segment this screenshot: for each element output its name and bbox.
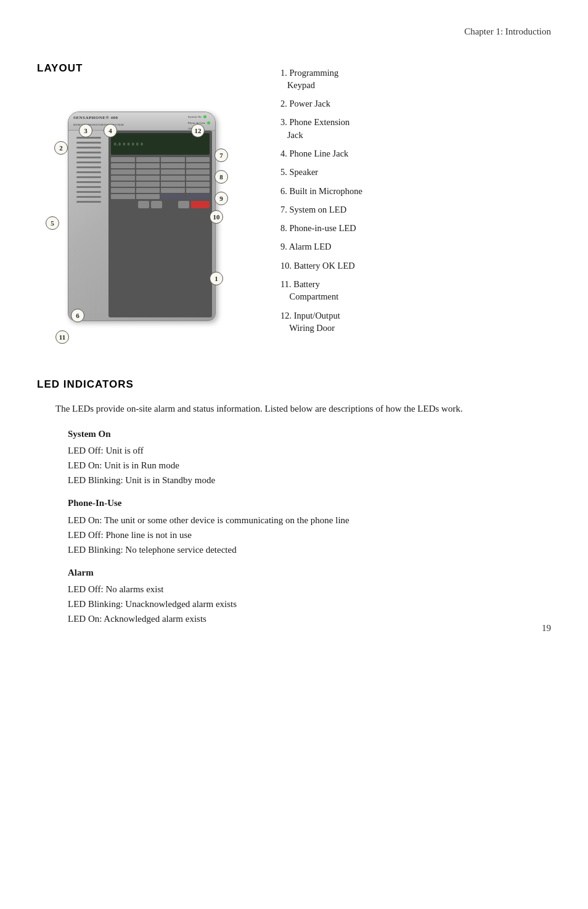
list-item: 6. Built in Microphone — [277, 185, 551, 197]
led-group-title: System On — [68, 427, 551, 441]
led-section: LED INDICATORS The LEDs provide on-site … — [37, 377, 551, 626]
device-keypad: 0.0 0 0 0 0 0 — [108, 131, 212, 317]
callout-12: 12 — [191, 124, 205, 137]
callout-10: 10 — [210, 210, 223, 224]
device-body: SENSAPHONE® 400REMOTE MONITORING SYSTEM … — [68, 112, 216, 321]
list-item: 5. Speaker — [277, 166, 551, 178]
list-item: 3. Phone Extension Jack — [277, 116, 551, 141]
page-number: 19 — [542, 621, 551, 635]
list-item: 7. System on LED — [277, 203, 551, 216]
list-item: 4. Phone Line Jack — [277, 147, 551, 160]
callout-9: 9 — [214, 192, 228, 205]
led-entry: LED Blinking: Unacknowledged alarm exist… — [68, 597, 551, 611]
layout-section: LAYOUT SENSAPHONE® 400REMOTE MONITORING … — [37, 60, 551, 353]
chapter-title: Chapter 1: Introduction — [464, 26, 551, 36]
led-entry: LED Off: No alarms exist — [68, 582, 551, 597]
led-section-title: LED INDICATORS — [37, 377, 551, 393]
led-group-system-on: System On LED Off: Unit is off LED On: U… — [68, 427, 551, 488]
led-entry: LED On: The unit or some other device is… — [68, 513, 551, 528]
list-item: 8. Phone-in-use LED — [277, 222, 551, 234]
callout-3: 3 — [79, 124, 92, 137]
led-entry: LED On: Acknowledged alarm exists — [68, 611, 551, 626]
list-item: 10. Battery OK LED — [277, 259, 551, 272]
callout-5: 5 — [46, 216, 59, 230]
callout-1: 1 — [210, 272, 223, 285]
list-item: 1. Programming Keypad — [277, 67, 551, 92]
led-entry: LED Blinking: Unit is in Standby mode — [68, 473, 551, 487]
led-entry: LED Blinking: No telephone service detec… — [68, 542, 551, 557]
led-group-alarm: Alarm LED Off: No alarms exist LED Blink… — [68, 566, 551, 627]
led-group-title: Alarm — [68, 566, 551, 580]
list-item: 9. Alarm LED — [277, 240, 551, 253]
device-diagram: SENSAPHONE® 400REMOTE MONITORING SYSTEM … — [37, 87, 247, 352]
led-group-title: Phone-In-Use — [68, 496, 551, 510]
list-item: 11. Battery Compartment — [277, 278, 551, 303]
callout-8: 8 — [214, 170, 228, 184]
led-group-phone-in-use: Phone-In-Use LED On: The unit or some ot… — [68, 496, 551, 557]
callout-2: 2 — [54, 141, 68, 155]
component-list: 1. Programming Keypad 2. Power Jack 3. P… — [277, 67, 551, 335]
ref-list: 1. Programming Keypad 2. Power Jack 3. P… — [277, 60, 551, 353]
list-item: 2. Power Jack — [277, 97, 551, 110]
led-entry: LED Off: Unit is off — [68, 443, 551, 458]
callout-4: 4 — [104, 124, 117, 137]
device-speaker — [73, 134, 104, 257]
list-item: 12. Input/Output Wiring Door — [277, 309, 551, 335]
led-intro: The LEDs provide on-site alarm and statu… — [55, 401, 551, 416]
layout-title: LAYOUT — [37, 60, 259, 76]
layout-left: LAYOUT SENSAPHONE® 400REMOTE MONITORING … — [37, 60, 259, 353]
keypad-screen-text: 0.0 0 0 0 0 0 — [114, 141, 143, 147]
callout-11: 11 — [55, 330, 69, 344]
led-entry: LED Off: Phone line is not in use — [68, 528, 551, 542]
callout-7: 7 — [214, 149, 228, 162]
chapter-header: Chapter 1: Introduction — [37, 25, 551, 42]
callout-6: 6 — [71, 309, 84, 322]
page: Chapter 1: Introduction LAYOUT SENSAPHON… — [0, 0, 588, 659]
led-entry: LED On: Unit is in Run mode — [68, 458, 551, 473]
